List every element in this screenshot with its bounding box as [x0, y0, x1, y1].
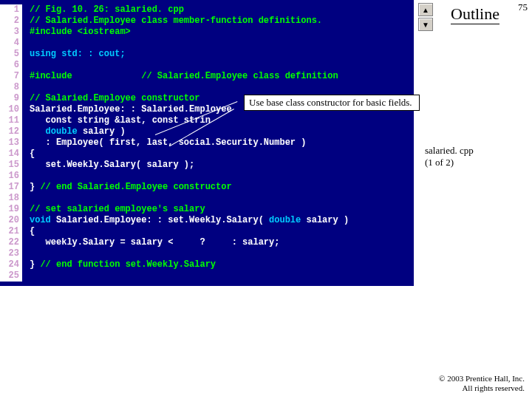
- line-number: 14: [0, 149, 22, 160]
- copyright-line: All rights reserved.: [462, 383, 525, 392]
- line-number: 8: [0, 82, 22, 93]
- line-number: 18: [0, 193, 22, 204]
- line-number: 11: [0, 115, 22, 126]
- code-text: }: [30, 182, 40, 192]
- line-number: 25: [0, 270, 22, 282]
- callout-text: Use base class constructor for basic fie…: [249, 97, 412, 108]
- line-number: 19: [0, 204, 22, 215]
- line-number: 15: [0, 160, 22, 171]
- line-number: 6: [0, 60, 22, 71]
- code-text: set.Weekly.Salary( salary );: [30, 160, 194, 170]
- line-number: 13: [0, 137, 22, 149]
- code-text: // Salaried.Employee class definition: [72, 71, 338, 81]
- line-number: 5: [0, 49, 22, 60]
- line-number: 3: [0, 27, 22, 38]
- code-text: {: [30, 226, 35, 236]
- code-text: double: [46, 126, 78, 137]
- line-number: 22: [0, 237, 22, 248]
- line-number: 23: [0, 248, 22, 259]
- code-text: const string &last, const strin: [30, 115, 211, 126]
- nav-up-button[interactable]: ▲: [418, 3, 433, 16]
- line-number: 10: [0, 104, 22, 115]
- nav-buttons: ▲ ▼: [418, 3, 433, 33]
- nav-down-button[interactable]: ▼: [418, 18, 433, 31]
- copyright: © 2003 Prentice Hall, Inc. All rights re…: [439, 374, 525, 393]
- line-number: 20: [0, 215, 22, 226]
- slide-number: 75: [518, 1, 528, 13]
- code-text: // end function set.Weekly.Salary: [40, 259, 216, 270]
- line-number: 1: [0, 4, 22, 16]
- code-text: Salaried.Employee: : set.Weekly.Salary(: [51, 215, 269, 225]
- line-number: 4: [0, 38, 22, 49]
- line-number: 24: [0, 259, 22, 270]
- code-text: {: [30, 149, 35, 159]
- code-text: using std: : cout;: [30, 49, 126, 59]
- file-label: salaried. cpp (1 of 2): [425, 145, 474, 168]
- line-number: 16: [0, 171, 22, 182]
- code-text: #include <iostream>: [30, 27, 131, 37]
- copyright-line: © 2003 Prentice Hall, Inc.: [439, 374, 525, 383]
- code-text: // end Salaried.Employee constructor: [40, 182, 231, 192]
- line-number: 9: [0, 93, 22, 104]
- file-label-name: salaried. cpp: [425, 145, 474, 156]
- code-text: #include: [30, 71, 72, 81]
- code-text: // set salaried employee's salary: [30, 204, 205, 214]
- code-text: weekly.Salary = salary < ? : salary;: [30, 237, 279, 248]
- code-text: : Employee( first, last, social.Security…: [30, 137, 306, 148]
- line-number: 17: [0, 182, 22, 193]
- line-number: 21: [0, 226, 22, 237]
- code-panel: 1// Fig. 10. 26: salaried. cpp 2// Salar…: [0, 0, 414, 286]
- line-number: 12: [0, 126, 22, 137]
- code-text: double: [269, 215, 301, 225]
- line-number: 2: [0, 16, 22, 27]
- code-text: void: [30, 215, 51, 225]
- code-text: // Salaried.Employee constructor: [30, 93, 200, 103]
- code-text: salary ): [301, 215, 349, 225]
- code-text: [30, 126, 46, 137]
- file-label-part: (1 of 2): [425, 157, 454, 168]
- code-text: Salaried.Employee: : Salaried.Employee: [30, 104, 232, 115]
- line-number: 7: [0, 71, 22, 82]
- code-text: }: [30, 259, 40, 270]
- code-text: // Fig. 10. 26: salaried. cpp: [30, 4, 184, 15]
- code-text: // Salaried.Employee class member-functi…: [30, 16, 322, 26]
- callout-box: Use base class constructor for basic fie…: [244, 95, 420, 111]
- code-text: salary ): [78, 126, 126, 137]
- outline-heading: Outline: [451, 4, 499, 24]
